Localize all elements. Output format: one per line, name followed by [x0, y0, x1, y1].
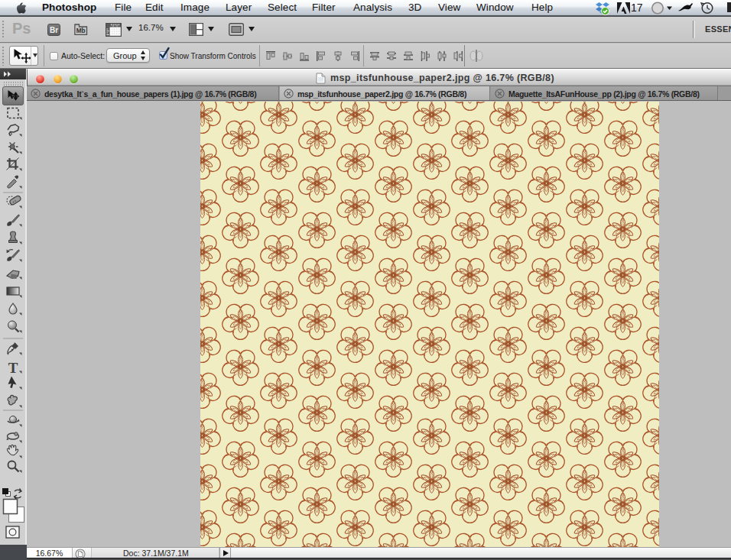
svg-text:Mb: Mb	[76, 28, 86, 34]
svg-text:T: T	[8, 360, 18, 376]
